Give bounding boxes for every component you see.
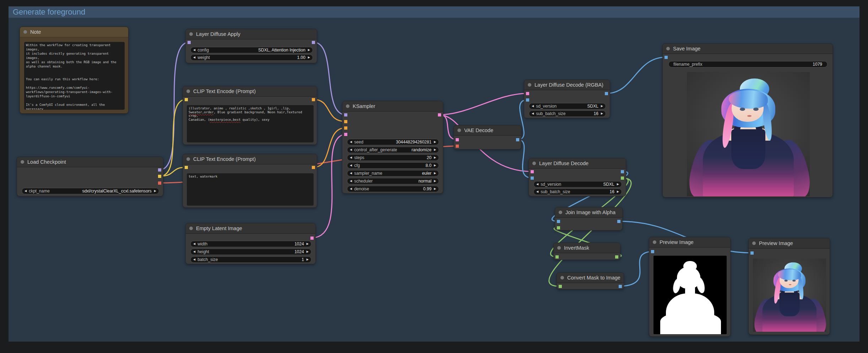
- increment-arrow-icon[interactable]: ▶: [434, 188, 436, 190]
- output-slot-image[interactable]: [605, 92, 608, 95]
- height-widget[interactable]: ◀ height 1024 ▶: [190, 249, 311, 255]
- node-header[interactable]: VAE Decode: [454, 125, 521, 136]
- node-header[interactable]: Preview Image: [749, 238, 830, 249]
- node-header[interactable]: KSampler: [342, 101, 443, 112]
- node-header[interactable]: Load Checkpoint: [17, 157, 163, 167]
- increment-arrow-icon[interactable]: ▶: [308, 56, 310, 59]
- node-header[interactable]: Layer Diffuse Apply: [186, 29, 317, 39]
- decrement-arrow-icon[interactable]: ◀: [536, 190, 538, 193]
- weight-widget[interactable]: ◀ weight 1.00 ▶: [190, 54, 313, 61]
- decrement-arrow-icon[interactable]: ◀: [350, 148, 352, 151]
- increment-arrow-icon[interactable]: ▶: [434, 172, 436, 175]
- decrement-arrow-icon[interactable]: ◀: [532, 112, 534, 115]
- collapse-dot-icon[interactable]: [532, 162, 536, 165]
- output-slot-model[interactable]: [312, 41, 315, 44]
- increment-arrow-icon[interactable]: ▶: [434, 148, 436, 151]
- decrement-arrow-icon[interactable]: ◀: [536, 183, 538, 186]
- increment-arrow-icon[interactable]: ▶: [154, 190, 156, 192]
- increment-arrow-icon[interactable]: ▶: [601, 105, 603, 108]
- node-header[interactable]: Layer Diffuse Decode: [529, 158, 626, 169]
- increment-arrow-icon[interactable]: ▶: [434, 141, 436, 143]
- node-vae-decode[interactable]: VAE Decode: [454, 125, 521, 150]
- decrement-arrow-icon[interactable]: ◀: [193, 243, 195, 245]
- node-invert-mask[interactable]: InvertMask: [553, 243, 620, 260]
- batch-size-widget[interactable]: ◀ batch_size 1 ▶: [190, 256, 311, 263]
- input-slot-images[interactable]: [664, 56, 668, 59]
- node-layer-diffuse-decode-rgba[interactable]: Layer Diffuse Decode (RGBA) ◀ sd_version…: [524, 80, 610, 118]
- output-slot-vae[interactable]: [158, 181, 161, 185]
- node-note[interactable]: Note Within the workflow for creating tr…: [20, 27, 129, 114]
- output-slot-conditioning[interactable]: [312, 166, 315, 169]
- collapse-dot-icon[interactable]: [559, 211, 562, 214]
- node-header[interactable]: Layer Diffuse Decode (RGBA): [524, 80, 610, 90]
- node-layer-diffuse-decode[interactable]: Layer Diffuse Decode ◀ sd_version SDXL ▶…: [528, 158, 626, 196]
- node-preview-image-rgba[interactable]: Preview Image: [748, 238, 830, 335]
- increment-arrow-icon[interactable]: ▶: [434, 156, 436, 159]
- decrement-arrow-icon[interactable]: ◀: [350, 188, 352, 190]
- collapse-dot-icon[interactable]: [560, 276, 564, 279]
- input-slot-image[interactable]: [557, 220, 560, 223]
- input-slot-negative[interactable]: [344, 126, 347, 130]
- seed-widget[interactable]: ◀ seed 304448294260281 ▶: [347, 139, 439, 145]
- node-header[interactable]: Preview Image: [649, 237, 730, 248]
- output-slot-latent[interactable]: [310, 237, 314, 240]
- input-slot-model[interactable]: [344, 113, 347, 116]
- sampler-name-widget[interactable]: ◀ sampler_name euler ▶: [347, 170, 439, 176]
- input-slot-mask[interactable]: [555, 255, 559, 259]
- node-header[interactable]: CLIP Text Encode (Prompt): [183, 86, 317, 97]
- input-slot-clip[interactable]: [185, 166, 188, 169]
- node-layer-diffuse-apply[interactable]: Layer Diffuse Apply ◀ config SDXL, Atten…: [185, 29, 317, 63]
- collapse-dot-icon[interactable]: [21, 160, 24, 164]
- ckpt-name-widget[interactable]: ◀ ckpt_name sdxl/crystalClearXL_ccxl.saf…: [22, 188, 159, 194]
- output-slot-mask[interactable]: [621, 176, 624, 180]
- filename-prefix-widget[interactable]: filename_prefix 1079: [668, 61, 828, 67]
- scheduler-widget[interactable]: ◀ scheduler normal ▶: [347, 178, 439, 184]
- node-clip-text-encode-negative[interactable]: CLIP Text Encode (Prompt) text, watermar…: [183, 154, 317, 208]
- input-slot-model[interactable]: [188, 41, 191, 44]
- node-header[interactable]: Empty Latent Image: [186, 223, 315, 234]
- decrement-arrow-icon[interactable]: ◀: [350, 156, 352, 159]
- node-header[interactable]: Join Image with Alpha: [555, 207, 622, 218]
- comfyui-canvas[interactable]: Generate foreground Note Within the work…: [0, 0, 868, 353]
- collapse-dot-icon[interactable]: [189, 32, 193, 36]
- output-slot-mask[interactable]: [615, 255, 618, 259]
- input-slot-vae[interactable]: [456, 145, 459, 148]
- collapse-dot-icon[interactable]: [457, 129, 461, 132]
- output-slot-latent[interactable]: [438, 113, 441, 116]
- collapse-dot-icon[interactable]: [528, 83, 531, 87]
- node-convert-mask-to-image[interactable]: Convert Mask to Image: [557, 272, 624, 289]
- node-save-image[interactable]: Save Image filename_prefix 1079: [662, 43, 833, 197]
- input-slot-samples[interactable]: [531, 170, 534, 173]
- input-slot-images[interactable]: [526, 98, 529, 102]
- config-widget[interactable]: ◀ config SDXL, Attention Injection ▶: [190, 47, 313, 53]
- decrement-arrow-icon[interactable]: ◀: [350, 141, 352, 143]
- input-slot-clip[interactable]: [185, 98, 188, 101]
- increment-arrow-icon[interactable]: ▶: [617, 183, 619, 186]
- node-preview-image-mask[interactable]: Preview Image: [649, 237, 731, 337]
- output-slot-model[interactable]: [158, 168, 161, 172]
- decrement-arrow-icon[interactable]: ◀: [193, 258, 195, 261]
- increment-arrow-icon[interactable]: ▶: [308, 49, 310, 51]
- output-slot-image[interactable]: [621, 170, 624, 173]
- collapse-dot-icon[interactable]: [666, 47, 670, 50]
- decrement-arrow-icon[interactable]: ◀: [350, 164, 352, 167]
- denoise-widget[interactable]: ◀ denoise 0.99 ▶: [347, 186, 439, 192]
- steps-widget[interactable]: ◀ steps 20 ▶: [347, 154, 439, 161]
- collapse-dot-icon[interactable]: [186, 89, 190, 93]
- collapse-dot-icon[interactable]: [557, 246, 561, 250]
- sub-batch-size-widget[interactable]: ◀ sub_batch_size 16 ▶: [529, 110, 606, 117]
- collapse-dot-icon[interactable]: [186, 157, 190, 161]
- node-header[interactable]: Save Image: [663, 44, 832, 54]
- input-slot-images[interactable]: [531, 176, 534, 180]
- increment-arrow-icon[interactable]: ▶: [306, 258, 309, 261]
- output-slot-image[interactable]: [516, 138, 519, 141]
- node-header[interactable]: CLIP Text Encode (Prompt): [183, 154, 317, 164]
- prompt-textarea[interactable]: illustrator, anime , realistic ,sketch ,…: [187, 105, 314, 142]
- node-clip-text-encode-positive[interactable]: CLIP Text Encode (Prompt) illustrator, a…: [183, 86, 317, 145]
- increment-arrow-icon[interactable]: ▶: [306, 243, 309, 245]
- input-slot-images[interactable]: [651, 250, 654, 253]
- increment-arrow-icon[interactable]: ▶: [434, 180, 436, 183]
- cfg-widget[interactable]: ◀ cfg 8.0 ▶: [347, 162, 439, 169]
- sub-batch-size-widget[interactable]: ◀ sub_batch_size 16 ▶: [533, 189, 622, 195]
- decrement-arrow-icon[interactable]: ◀: [193, 56, 195, 59]
